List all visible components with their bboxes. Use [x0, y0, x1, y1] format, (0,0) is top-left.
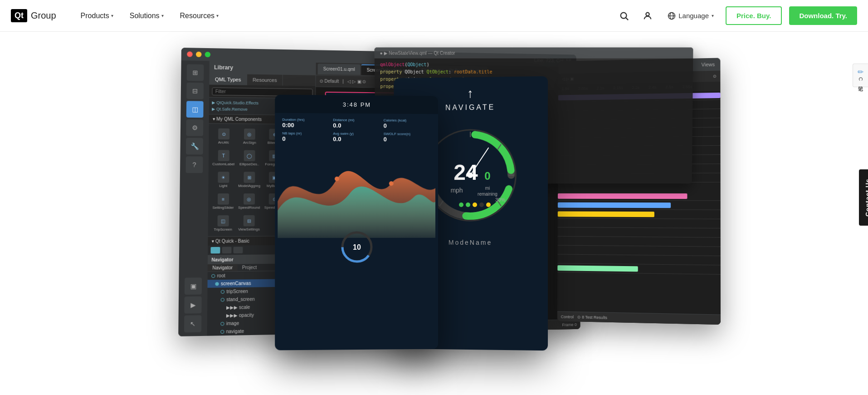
component-modelagg[interactable]: ⊞ ModelAggreg — [237, 170, 262, 190]
component-customlabel[interactable]: T CustomLabel — [211, 148, 235, 168]
status-frame: Frame 0 — [562, 322, 576, 327]
stats-grid: Duration (hrs) 0:00 Distance (mi) 0.0 Ca… — [275, 113, 438, 148]
side-note-text: C — [858, 77, 863, 81]
library-tabs: QML Types Resources — [209, 74, 315, 86]
color-tracks-section — [557, 192, 721, 275]
file-tab-1[interactable]: Screen01.u.qml — [318, 64, 361, 75]
nav-right: Language ▾ Price. Buy. Download. Try. — [616, 6, 857, 25]
sidebar-components-icon[interactable]: ◫ — [186, 101, 204, 118]
svg-text:remaining: remaining — [478, 192, 497, 197]
color-track-3 — [558, 209, 721, 219]
svg-text:0: 0 — [484, 170, 490, 182]
svg-text:mph: mph — [451, 187, 463, 194]
dashboard-window: 3:48 PM Duration (hrs) 0:00 Distance (mi… — [275, 95, 438, 351]
stat-swim: Avg swim (y) 0.0 — [333, 132, 380, 143]
svg-text:30%: 30% — [495, 197, 505, 202]
svg-text:mi: mi — [485, 186, 490, 191]
stat-calories: Calories (kcal) 0 — [384, 118, 431, 129]
color-track-2 — [558, 201, 721, 210]
language-button[interactable]: Language ▾ — [663, 9, 718, 23]
navigator-tab[interactable]: Navigator — [208, 264, 238, 272]
price-buy-button[interactable]: Price. Buy. — [726, 6, 782, 25]
navbar: Qt Group Products ▾ Solutions ▾ Resource… — [0, 0, 868, 32]
component-tripscreen[interactable]: ◫ TripScreen — [211, 213, 235, 233]
svg-point-2 — [646, 12, 649, 15]
language-chevron-icon: ▾ — [712, 13, 714, 18]
component-arcafc[interactable]: ⊙ ArcAfc — [211, 127, 235, 147]
svg-point-12 — [335, 177, 339, 181]
search-button[interactable] — [616, 8, 632, 24]
chevron-down-icon: ▾ — [216, 13, 219, 18]
logo-link[interactable]: Qt Group — [11, 9, 56, 22]
screenshot-container: ● ▶ NewStateView.qml — Qt Creator qmlObj… — [185, 50, 683, 377]
download-try-button[interactable]: Download. Try. — [789, 6, 857, 25]
maximize-button[interactable] — [205, 52, 211, 57]
debug-titlebar: ● ▶ NewStateView.qml — Qt Creator — [374, 47, 693, 58]
component-light[interactable]: ☀ Light — [211, 170, 235, 190]
sidebar-play-icon[interactable]: ▶ — [184, 296, 201, 314]
minimize-button[interactable] — [196, 52, 202, 57]
component-ellipse[interactable]: ◯ EllipseDes.. — [237, 148, 261, 168]
svg-text:24: 24 — [454, 160, 478, 184]
svg-text:10: 10 — [353, 243, 361, 251]
svg-point-34 — [473, 202, 477, 207]
color-track-9 — [557, 263, 721, 275]
account-button[interactable] — [639, 8, 656, 24]
toolbar-controls: ◁ ▷ ▣ ⊙ — [347, 79, 366, 84]
navigate-title: NAVIGATE — [445, 103, 495, 112]
nav-solutions[interactable]: Solutions ▾ — [123, 8, 170, 24]
qml-types-tab[interactable]: QML Types — [209, 74, 247, 85]
svg-line-1 — [626, 18, 628, 20]
toolbar-separator: | — [342, 79, 344, 84]
contact-us-tab[interactable]: Contact Us — [859, 169, 868, 226]
chevron-down-icon: ▾ — [161, 13, 164, 18]
svg-point-35 — [479, 202, 484, 207]
color-track-5 — [558, 227, 721, 237]
stat-laps: NB laps (nr) 0 — [282, 131, 330, 143]
chevron-down-icon: ▾ — [111, 13, 113, 18]
logo-group: Group — [31, 10, 56, 21]
stat-distance: Distance (mi) 0.0 — [333, 118, 380, 129]
sidebar-tools-icon[interactable]: ⊟ — [186, 83, 204, 99]
svg-point-32 — [459, 202, 463, 207]
nav-resources[interactable]: Resources ▾ — [174, 8, 225, 24]
sidebar-grid-icon[interactable]: ⊞ — [187, 64, 204, 81]
stat-duration: Duration (hrs) 0:00 — [282, 118, 330, 129]
component-viewsettings[interactable]: ⊟ ViewSettings — [237, 213, 261, 233]
main-content: ● ▶ NewStateView.qml — Qt Creator qmlObj… — [0, 32, 868, 395]
wave-chart — [278, 147, 435, 238]
svg-point-36 — [486, 202, 491, 207]
color-track-4 — [558, 218, 721, 228]
resources-tab[interactable]: Resources — [247, 74, 283, 86]
sidebar-cursor-icon[interactable]: ↖ — [184, 315, 201, 332]
svg-point-38 — [468, 173, 473, 178]
sidebar-monitor-icon[interactable]: ▣ — [185, 277, 202, 295]
sidebar-help-icon[interactable]: ? — [186, 156, 203, 173]
stat-swolf: SWOLF score(n) 0 — [384, 132, 431, 143]
timeline-footer: Control ⊙ 8 Test Results — [557, 311, 721, 325]
side-note-text-2: 笔记 — [857, 82, 864, 83]
sidebar-wrench-icon[interactable]: 🔧 — [186, 138, 203, 155]
component-speedround[interactable]: ◎ SpeedRound — [237, 192, 262, 212]
svg-point-13 — [389, 181, 394, 186]
sidebar-settings-icon[interactable]: ⚙ — [186, 119, 203, 136]
svg-point-33 — [466, 202, 470, 207]
project-tab[interactable]: Project — [237, 264, 261, 271]
close-button[interactable] — [187, 51, 193, 57]
library-header: Library — [210, 61, 316, 75]
component-arcsign[interactable]: ◎ ArcSign — [238, 127, 262, 147]
navigate-arrow-icon: ↑ — [467, 86, 473, 101]
logo-qt: Qt — [11, 9, 27, 22]
side-note-panel[interactable]: ✏ C 笔记 — [853, 64, 868, 87]
svg-point-0 — [621, 12, 627, 18]
toolbar-default: ⊙ Default — [320, 79, 339, 84]
nav-items: Products ▾ Solutions ▾ Resources ▾ — [74, 8, 616, 24]
color-track-1 — [558, 192, 721, 201]
side-note-icon: ✏ — [858, 68, 863, 76]
nav-products[interactable]: Products ▾ — [74, 8, 120, 24]
ide-sidebar: ⊞ ⊟ ◫ ⚙ 🔧 ? ▣ ▶ ↖ — [178, 60, 210, 336]
dash-header: 3:48 PM — [275, 95, 438, 114]
component-setting[interactable]: ≡ SettingSlider — [211, 192, 235, 212]
